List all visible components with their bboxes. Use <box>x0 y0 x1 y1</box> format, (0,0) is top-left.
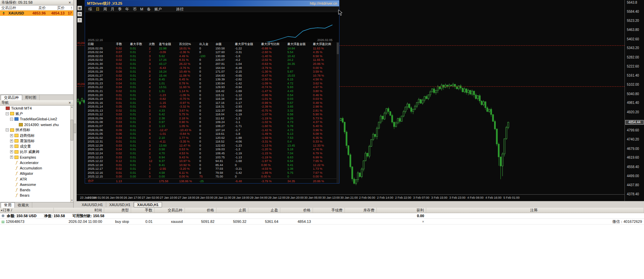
tree-collapse-icon[interactable]: − <box>6 112 9 115</box>
navigator-tab-0[interactable]: 常用 <box>1 202 15 208</box>
terminal-column-0[interactable]: 订单 / <box>0 208 54 213</box>
nav-item[interactable]: ƒAwesome <box>0 182 70 187</box>
tree-expand-icon[interactable]: + <box>10 150 13 153</box>
stats-cell: 26.22 % <box>179 62 199 66</box>
terminal-column-10[interactable]: 库存费 <box>345 208 377 213</box>
delete-order-button[interactable]: × <box>377 220 426 224</box>
chart-tabs-bar: XAUUSD,H1XAUUSD,H1XAUUSD,H1 <box>77 201 644 208</box>
terminal-column-11[interactable]: 获利 <box>377 208 426 213</box>
tree-collapse-icon[interactable]: − <box>10 118 13 121</box>
splitter-grip[interactable] <box>74 124 76 133</box>
tree-expand-icon[interactable]: + <box>10 134 13 137</box>
tree-item-label: Tickmill MT4 <box>11 106 32 110</box>
account-icon <box>14 117 18 121</box>
tree-collapse-icon[interactable]: − <box>6 128 9 131</box>
popup-menu-item[interactable]: M <box>140 7 143 11</box>
popup-menu-item[interactable]: 月 <box>111 7 114 12</box>
chart-tab-0[interactable]: XAUUSD,H1 <box>79 202 106 207</box>
terminal-column-1[interactable]: 时间 <box>54 208 104 213</box>
popup-menu-item[interactable]: 日 <box>96 7 99 12</box>
popup-menu-item[interactable]: 周 <box>103 7 107 12</box>
popup-menu-item[interactable]: 综 <box>88 7 92 12</box>
nav-item[interactable]: −账户 <box>0 111 70 116</box>
terminal-column-2[interactable]: 类型 <box>104 208 131 213</box>
help-button[interactable]: ? <box>77 18 82 23</box>
nav-item[interactable]: ƒATR <box>0 176 70 182</box>
terminal-column-3[interactable]: 手数 <box>131 208 155 213</box>
chart-area[interactable]: #126648673 tp 5361.64#126648673 buy stop… <box>77 0 644 201</box>
stats-cell: 0.00 <box>116 175 130 178</box>
statistics-popup[interactable]: MTDriver统计 ,V3.25 http://mtdriver.cn 综日周… <box>85 0 339 184</box>
stats-total-cell: 138.86 % <box>179 180 199 183</box>
navigator-tab-1[interactable]: 收藏夹 <box>15 202 32 208</box>
tree-expand-icon[interactable]: + <box>10 145 13 148</box>
column-spread[interactable]: ! <box>66 6 73 10</box>
nav-item[interactable]: −TradeMaxGlobal-Live2 <box>0 116 70 122</box>
symbol-row-xauusd[interactable]: XAUUSD 4853.96 4854.13 17 <box>0 10 73 16</box>
tree-expand-icon[interactable]: + <box>10 156 13 159</box>
nav-item[interactable]: ƒAlligator <box>0 171 70 176</box>
navigator-scrollbar[interactable]: ▲ ▼ <box>70 106 73 202</box>
stats-cell: 4.97 % <box>313 85 337 89</box>
collapse-terminal-icon[interactable]: ◂ <box>1 208 2 212</box>
nav-item[interactable]: −技术指标 <box>0 127 70 133</box>
popup-titlebar[interactable]: MTDriver统计 ,V3.25 http://mtdriver.cn <box>85 0 339 6</box>
popup-menu-item[interactable]: 备 <box>147 7 151 12</box>
nav-item[interactable]: ƒAccelerator <box>0 160 70 165</box>
column-symbol[interactable]: 交易品种 <box>0 5 28 10</box>
popup-menu-item[interactable]: 账户 <box>154 7 162 12</box>
market-watch-titlebar[interactable]: 市场报价: 05:31:58 × <box>0 0 73 5</box>
nav-item[interactable]: +震荡指标 <box>0 138 70 144</box>
terminal-column-9[interactable]: 手续费 <box>313 208 345 213</box>
stats-cell: 116.34 <box>215 97 235 101</box>
chart-mode-button[interactable]: N <box>77 12 82 16</box>
indicator-icon: ƒ <box>14 166 18 170</box>
terminal-column-12[interactable]: 注释 <box>426 208 644 213</box>
tree-expand-icon[interactable]: + <box>10 140 13 143</box>
scrollbar-thumb[interactable] <box>71 120 73 141</box>
nav-item[interactable]: ƒBands <box>0 187 70 193</box>
popup-scrollbar[interactable] <box>336 42 339 183</box>
popup-menu-item[interactable]: 年 <box>125 7 129 12</box>
market-watch-tab-1[interactable]: 即时图 <box>22 95 40 100</box>
nav-item[interactable]: 2014390: weiwei zhu <box>0 122 70 127</box>
popup-url[interactable]: http://mtdriver.cn <box>310 1 337 5</box>
stats-row: 2026.01.190.010.011-0.82-0.70 %0116.34-1… <box>85 97 336 101</box>
stats-cell: 2026.01.28 <box>88 70 116 73</box>
chart-tab-1[interactable]: XAUUSD,H1 <box>106 202 134 207</box>
popup-menu-item[interactable]: 币 <box>133 7 136 12</box>
column-bid[interactable]: 卖价 <box>28 5 47 10</box>
nav-item[interactable]: ƒAccumulation <box>0 165 70 171</box>
delete-order-button[interactable]: × <box>422 220 424 224</box>
time-axis[interactable]: 23 Jan 202626 Jan 01:0026 Jan 09:0026 Ja… <box>77 194 625 201</box>
balance-row[interactable]: 余额: 150.58 USD 净值: 150.58 可用预付款: 150.58 … <box>0 213 644 219</box>
scroll-down-icon[interactable]: ▼ <box>71 199 73 202</box>
terminal-column-4[interactable]: 交易品种 <box>155 208 185 213</box>
column-ask[interactable]: 买价 <box>47 5 66 10</box>
stats-cell: 0.01 <box>130 47 149 50</box>
order-row[interactable]: ▤1266486732026.02.04 11:00:00buy stop0.0… <box>0 219 644 225</box>
scroll-up-icon[interactable]: ▲ <box>71 106 73 109</box>
popup-menu-item[interactable]: 季 <box>118 7 122 12</box>
price-label: 5282.00 <box>627 55 639 59</box>
close-icon[interactable]: × <box>68 1 72 5</box>
nav-item[interactable]: +Examples <box>0 155 70 160</box>
nav-item[interactable]: ƒBears <box>0 193 70 198</box>
chart-tab-2[interactable]: XAUUSD,H1 <box>134 202 162 207</box>
terminal-column-5[interactable]: 价格 <box>185 208 216 213</box>
stats-cell: 0.01 <box>130 124 149 128</box>
terminal-column-8[interactable]: 价格 <box>280 208 313 213</box>
popup-menu-item-path[interactable]: 路径 <box>176 7 184 12</box>
terminal-column-7[interactable]: 止盈 <box>248 208 280 213</box>
nav-item[interactable]: +成交量 <box>0 144 70 149</box>
nav-item[interactable]: Tickmill MT4 <box>0 106 70 111</box>
scrollbar-thumb[interactable] <box>337 43 339 54</box>
nav-item[interactable]: +趋势指标 <box>0 133 70 138</box>
price-axis[interactable]: 5643.85584.405523.205463.805402.605343.2… <box>625 0 644 201</box>
nav-item[interactable]: +比尔 威廉姆 <box>0 149 70 155</box>
terminal-column-6[interactable]: 止损 <box>216 208 248 213</box>
grid-button[interactable]: ▦ <box>77 6 82 10</box>
market-watch-tab-0[interactable]: 交易品种 <box>1 95 22 100</box>
navigator-titlebar[interactable]: 导航 × <box>0 100 73 106</box>
close-icon[interactable]: × <box>68 101 72 105</box>
